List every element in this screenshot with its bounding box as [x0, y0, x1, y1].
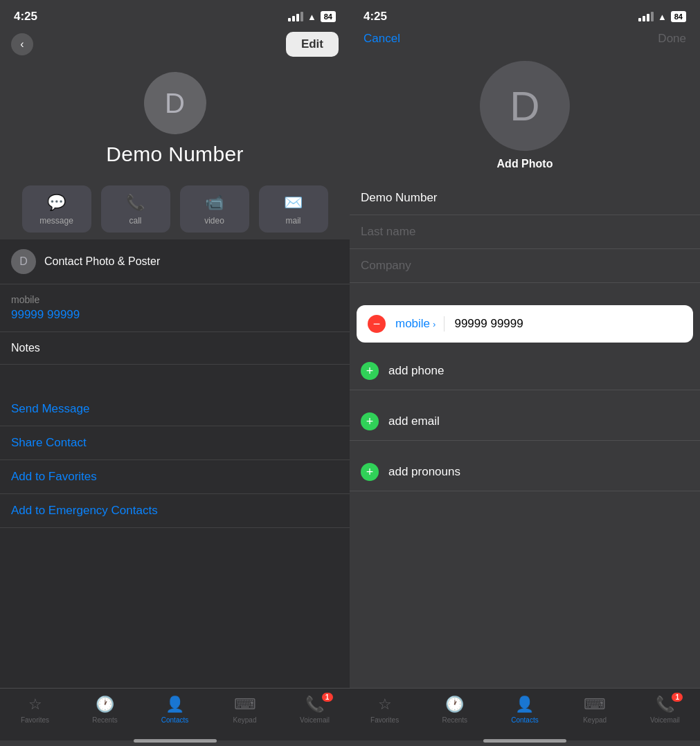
right-tab-bar: ☆ Favorites 🕐 Recents 👤 Contacts ⌨ Keypa… — [350, 688, 700, 740]
left-battery: 84 — [321, 11, 336, 22]
minus-icon: − — [373, 317, 381, 331]
contacts-tab-icon: 👤 — [165, 695, 184, 713]
tab-contacts[interactable]: 👤 Contacts — [154, 695, 196, 724]
left-status-icons: ▲ 84 — [288, 11, 336, 22]
edit-button[interactable]: Edit — [286, 32, 339, 57]
add-to-emergency-contacts-label: Add to Emergency Contacts — [11, 504, 158, 517]
message-icon: 💬 — [47, 194, 66, 212]
share-contact-link[interactable]: Share Contact — [0, 426, 350, 460]
right-contacts-tab-icon: 👤 — [515, 695, 534, 713]
add-to-emergency-contacts-link[interactable]: Add to Emergency Contacts — [0, 494, 350, 528]
left-avatar-area: D Demo Number — [0, 65, 350, 180]
add-photo-label[interactable]: Add Photo — [497, 158, 553, 170]
mobile-type-label[interactable]: mobile — [395, 317, 430, 331]
cancel-button[interactable]: Cancel — [364, 32, 400, 46]
notes-label: Notes — [11, 342, 40, 354]
chevron-right-icon: › — [433, 319, 436, 329]
video-label: video — [204, 216, 224, 226]
message-label: message — [39, 216, 73, 226]
remove-phone-button[interactable]: − — [368, 315, 386, 333]
contact-photo-row[interactable]: D Contact Photo & Poster — [0, 239, 350, 284]
left-panel: 4:25 ▲ 84 ‹ Edit D Demo Number 💬 message… — [0, 0, 350, 746]
share-contact-label: Share Contact — [11, 436, 87, 449]
right-tab-keypad[interactable]: ⌨ Keypad — [574, 695, 616, 724]
add-phone-icon: + — [361, 362, 379, 380]
right-contacts-tab-label: Contacts — [511, 716, 538, 724]
phone-divider — [444, 316, 445, 331]
first-name-field-row[interactable] — [350, 181, 700, 215]
left-avatar: D — [144, 72, 206, 134]
add-phone-row[interactable]: + add phone — [350, 352, 700, 390]
right-battery: 84 — [671, 11, 686, 22]
call-label: call — [129, 216, 141, 226]
section-gap-3 — [350, 441, 700, 453]
right-time: 4:25 — [364, 10, 387, 24]
notes-section: Notes — [0, 332, 350, 365]
right-tab-voicemail[interactable]: 📞 Voicemail 1 — [644, 695, 685, 724]
section-gap-1 — [350, 283, 700, 295]
plus-icon-3: + — [366, 465, 374, 480]
left-time: 4:25 — [14, 10, 37, 24]
right-favorites-tab-label: Favorites — [370, 716, 399, 724]
phone-field-value[interactable]: 99999 99999 — [11, 308, 339, 322]
add-pronouns-label: add pronouns — [388, 465, 460, 479]
left-content: D Contact Photo & Poster mobile 99999 99… — [0, 239, 350, 688]
done-button[interactable]: Done — [658, 32, 686, 46]
tab-favorites[interactable]: ☆ Favorites — [15, 695, 56, 724]
recents-tab-icon: 🕐 — [96, 695, 114, 713]
right-favorites-tab-icon: ☆ — [378, 695, 392, 713]
recents-tab-label: Recents — [92, 716, 118, 724]
company-field-row[interactable]: Company — [350, 249, 700, 283]
mail-button[interactable]: ✉️ mail — [259, 185, 328, 233]
favorites-tab-icon: ☆ — [28, 695, 42, 713]
add-email-row[interactable]: + add email — [350, 403, 700, 441]
company-placeholder: Company — [361, 259, 411, 273]
right-panel: 4:25 ▲ 84 Cancel Done D Add Photo Last n… — [350, 0, 700, 746]
right-home-indicator — [350, 740, 700, 746]
add-pronouns-row[interactable]: + add pronouns — [350, 453, 700, 491]
tab-recents[interactable]: 🕐 Recents — [84, 695, 126, 724]
phone-field-section: mobile 99999 99999 — [0, 284, 350, 332]
right-status-bar: 4:25 ▲ 84 — [350, 0, 700, 29]
tab-keypad[interactable]: ⌨ Keypad — [224, 695, 266, 724]
send-message-label: Send Message — [11, 402, 89, 415]
left-home-indicator — [0, 740, 350, 746]
action-buttons-row: 💬 message 📞 call 📹 video ✉️ mail — [0, 180, 350, 233]
favorites-tab-label: Favorites — [21, 716, 49, 724]
voicemail-tab-icon: 📞 — [305, 695, 324, 713]
add-pronouns-icon: + — [361, 463, 379, 481]
right-tab-recents[interactable]: 🕐 Recents — [434, 695, 476, 724]
video-icon: 📹 — [205, 194, 224, 212]
right-keypad-tab-label: Keypad — [583, 716, 607, 724]
add-email-icon: + — [361, 412, 379, 430]
first-name-input[interactable] — [361, 191, 689, 205]
right-avatar[interactable]: D — [480, 61, 570, 151]
tab-voicemail[interactable]: 📞 Voicemail 1 — [294, 695, 336, 724]
contact-photo-label: Contact Photo & Poster — [44, 255, 160, 268]
mail-label: mail — [285, 216, 300, 226]
phone-edit-row[interactable]: − mobile › 99999 99999 — [357, 305, 693, 343]
contact-photo-avatar-small: D — [11, 249, 36, 274]
send-message-link[interactable]: Send Message — [0, 392, 350, 426]
section-gap-2 — [350, 390, 700, 403]
right-recents-tab-icon: 🕐 — [445, 695, 464, 713]
right-home-bar — [483, 739, 566, 743]
last-name-field-row[interactable]: Last name — [350, 215, 700, 249]
voicemail-tab-label: Voicemail — [300, 716, 330, 724]
keypad-tab-label: Keypad — [233, 716, 257, 724]
message-button[interactable]: 💬 message — [22, 185, 91, 233]
right-recents-tab-label: Recents — [442, 716, 467, 724]
call-button[interactable]: 📞 call — [101, 185, 170, 233]
phone-number-value[interactable]: 99999 99999 — [454, 317, 523, 331]
call-icon: 📞 — [126, 194, 145, 212]
left-status-bar: 4:25 ▲ 84 — [0, 0, 350, 29]
right-tab-contacts[interactable]: 👤 Contacts — [504, 695, 546, 724]
phone-field-label: mobile — [11, 294, 339, 305]
left-signal — [288, 12, 303, 21]
video-button[interactable]: 📹 video — [180, 185, 249, 233]
add-to-favorites-link[interactable]: Add to Favorites — [0, 460, 350, 494]
right-tab-favorites[interactable]: ☆ Favorites — [364, 695, 406, 724]
contacts-tab-label: Contacts — [161, 716, 188, 724]
back-button[interactable]: ‹ — [11, 33, 33, 55]
home-bar — [134, 739, 217, 743]
